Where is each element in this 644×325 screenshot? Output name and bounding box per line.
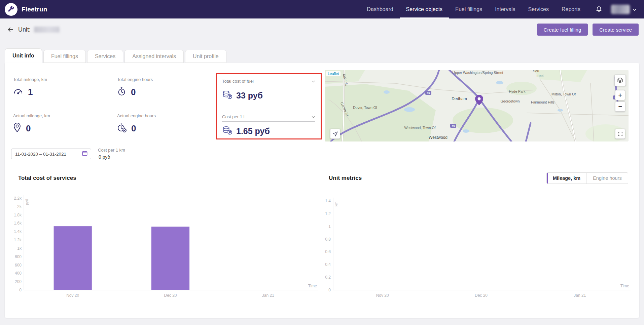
svg-text:0: 0 [328, 288, 331, 292]
stat-label: Actual engine hours [117, 113, 215, 118]
cost-per-liter-value: 1.65 руб [236, 126, 270, 136]
bar [54, 226, 92, 290]
svg-text:1.4: 1.4 [325, 199, 331, 203]
svg-text:Jan 21: Jan 21 [262, 293, 274, 298]
header-actions: Create fuel filling Create service [537, 24, 639, 36]
main-nav: Dashboard Service objects Fuel fillings … [360, 0, 587, 18]
svg-text:Jan 21: Jan 21 [574, 293, 586, 298]
unit-info-card: Total mileage, km 1 Total engine hours 0… [5, 63, 639, 318]
create-fuel-filling-button[interactable]: Create fuel filling [537, 24, 588, 36]
svg-text:Nov 20: Nov 20 [376, 293, 389, 298]
date-range-picker[interactable]: 11-01-2020 – 01-31-2021 [11, 149, 91, 159]
total-cost-of-services-chart: 02004006008001k1.2k1.4k1.6k1.8k2k2.2kNov… [5, 182, 324, 317]
svg-text:0: 0 [19, 288, 22, 292]
svg-text:1.2: 1.2 [325, 211, 331, 216]
cost-per-km-value: 0 руб [99, 154, 110, 160]
back-button[interactable] [7, 26, 14, 33]
page-header: Unit: Create fuel filling Create service [0, 18, 644, 41]
svg-text:1: 1 [328, 224, 331, 229]
svg-text:2.2k: 2.2k [14, 196, 22, 201]
avatar [611, 5, 630, 14]
fuel-cost-panel-annotation-highlight: Total cost of fuel 33 руб Cost per 1 l [216, 73, 322, 139]
svg-text:95: 95 [452, 125, 455, 128]
svg-text:Time: Time [620, 284, 630, 288]
fuel-cost-value: 33 руб [236, 91, 263, 100]
fuel-cost-per-liter-group: Cost per 1 l 1.65 руб [222, 114, 315, 137]
map-water [463, 129, 469, 133]
map-label: treet [536, 74, 543, 78]
content-area: Unit info Fuel fillings Services Assigne… [0, 41, 644, 318]
unit-metrics-chart: 00.20.40.60.811.21.4Nov 20Dec 20Jan 21Ti… [314, 182, 639, 317]
layers-button[interactable] [614, 75, 626, 86]
map-label: Dover, Town Of [353, 106, 377, 110]
nav-reports[interactable]: Reports [555, 0, 587, 18]
map[interactable]: 959595 Upper Washington/Spring StreetSou… [325, 70, 629, 141]
svg-text:0.4: 0.4 [325, 262, 331, 267]
svg-text:0.8: 0.8 [325, 237, 331, 242]
navigation-arrow-icon [332, 131, 338, 137]
nav-services[interactable]: Services [522, 0, 555, 18]
svg-text:600: 600 [15, 263, 22, 268]
stat-label: Total engine hours [117, 77, 215, 82]
user-menu[interactable] [611, 5, 637, 14]
map-canvas: 959595 Upper Washington/Spring StreetSou… [325, 70, 629, 141]
create-service-button[interactable]: Create service [593, 24, 639, 36]
svg-text:1.2k: 1.2k [14, 238, 22, 242]
stat-actual-engine-hours: Actual engine hours 0 [117, 113, 215, 135]
fullscreen-icon [617, 131, 623, 137]
zoom-out-button[interactable]: − [615, 101, 625, 112]
bell-icon[interactable] [596, 6, 602, 13]
page-title: Unit: [18, 26, 31, 33]
svg-text:95: 95 [427, 92, 430, 95]
fullscreen-button[interactable] [615, 129, 625, 139]
locate-button[interactable] [330, 129, 340, 139]
toggle-engine-hours[interactable]: Engine hours [586, 173, 628, 184]
select-label: Cost per 1 l [222, 114, 244, 119]
stat-actual-mileage: Actual mileage, km 0 [13, 113, 111, 135]
speedometer-icon [13, 86, 23, 98]
metric-toggle: Mileage, km Engine hours [546, 172, 628, 184]
tab-services[interactable]: Services [87, 50, 123, 63]
svg-text:1.8k: 1.8k [14, 213, 22, 217]
map-label: Fairmount Hills [531, 100, 554, 104]
svg-text:400: 400 [15, 271, 22, 276]
nav-intervals[interactable]: Intervals [489, 0, 522, 18]
stat-label: Total mileage, km [13, 77, 111, 82]
unit-name-redacted [34, 27, 60, 33]
chevron-down-icon [633, 6, 637, 12]
svg-text:Dec 20: Dec 20 [164, 293, 177, 298]
svg-text:800: 800 [15, 254, 22, 259]
map-label: Hyde Park [509, 89, 526, 93]
total-cost-of-fuel-select[interactable]: Total cost of fuel [222, 78, 315, 86]
cost-per-liter-select[interactable]: Cost per 1 l [222, 114, 315, 122]
map-label: Upper Washington/Spring Street [453, 71, 503, 75]
stat-value: 0 [131, 87, 136, 97]
tab-fuel-fillings[interactable]: Fuel fillings [43, 50, 86, 63]
svg-text:2k: 2k [17, 204, 22, 209]
tab-unit-profile[interactable]: Unit profile [185, 50, 226, 63]
svg-text:km: km [334, 202, 338, 207]
chevron-down-icon [312, 78, 315, 84]
zoom-in-button[interactable]: + [615, 90, 625, 100]
tab-unit-info[interactable]: Unit info [5, 48, 42, 63]
services-chart-title: Total cost of services [18, 175, 76, 181]
nav-service-objects[interactable]: Service objects [400, 0, 449, 18]
brand[interactable]: Fleetrun [5, 3, 47, 16]
stat-label: Actual mileage, km [13, 113, 111, 118]
map-label: Westwood, Town Of [404, 126, 436, 130]
map-attribution[interactable]: Leaflet [326, 71, 341, 76]
nav-dashboard[interactable]: Dashboard [360, 0, 399, 18]
map-label: Westwood [429, 135, 448, 140]
map-label: Dedham [452, 96, 467, 101]
nav-fuel-fillings[interactable]: Fuel fillings [449, 0, 489, 18]
stat-total-mileage: Total mileage, km 1 [13, 77, 111, 98]
toggle-mileage[interactable]: Mileage, km [547, 173, 586, 184]
stopwatch-icon [117, 86, 126, 98]
brand-name: Fleetrun [22, 6, 47, 13]
stat-value: 0 [26, 123, 31, 134]
coins-icon [222, 90, 232, 101]
tab-assigned-intervals[interactable]: Assigned intervals [124, 50, 184, 63]
map-water [404, 107, 415, 112]
svg-text:0.2: 0.2 [325, 275, 331, 280]
stopwatch-check-icon [117, 122, 127, 135]
